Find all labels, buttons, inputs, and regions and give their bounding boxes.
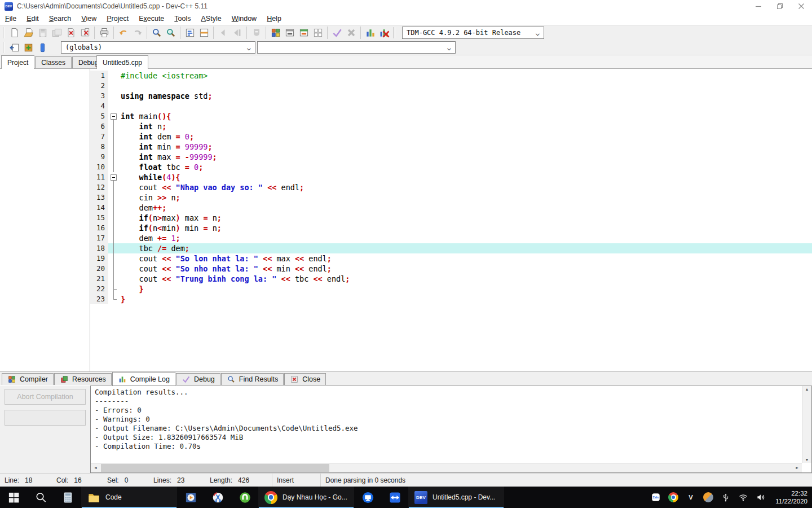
swap-header-source-button[interactable] <box>7 41 21 54</box>
redo-button[interactable] <box>130 26 144 40</box>
code-line-body[interactable]: cout << "So nho nhat la: " << min << end… <box>108 264 812 274</box>
code-line-body[interactable] <box>108 81 812 91</box>
code-line-body[interactable] <box>108 101 812 111</box>
line-number[interactable]: 9 <box>90 152 108 162</box>
code-line[interactable]: 3using namespace std; <box>90 91 812 101</box>
line-number[interactable]: 1 <box>90 71 108 81</box>
line-number[interactable]: 4 <box>90 101 108 111</box>
vertical-scrollbar[interactable]: ▲ ▼ <box>802 386 811 463</box>
code-line[interactable]: 1#include <iostream> <box>90 71 812 81</box>
scroll-down-icon[interactable]: ▼ <box>805 458 809 462</box>
code-line[interactable]: 9 int max = -99999; <box>90 152 812 162</box>
line-number[interactable]: 2 <box>90 81 108 91</box>
tab-resources[interactable]: Resources <box>54 373 112 385</box>
code-line[interactable]: 12 cout << "Nhap vao day so: " << endl; <box>90 182 812 192</box>
code-line[interactable]: 2 <box>90 81 812 91</box>
code-line-body[interactable]: int n; <box>108 121 812 132</box>
replace-button[interactable] <box>183 26 197 40</box>
tab-find-results[interactable]: Find Results <box>221 373 284 385</box>
add-file-button[interactable] <box>21 41 36 54</box>
code-line-body[interactable]: cout << "So lon nhat la: " << max << end… <box>108 253 812 264</box>
open-file-button[interactable] <box>21 26 36 40</box>
menu-astyle[interactable]: AStyle <box>196 14 227 24</box>
code-line-body[interactable]: int dem = 0; <box>108 132 812 142</box>
new-file-button[interactable] <box>7 26 21 40</box>
line-number[interactable]: 7 <box>90 132 108 142</box>
menu-search[interactable]: Search <box>44 14 77 24</box>
scrollbar-thumb[interactable] <box>101 464 329 472</box>
compile-button[interactable] <box>268 26 283 40</box>
code-line[interactable]: 8 int min = 99999; <box>90 142 812 152</box>
menu-help[interactable]: Help <box>262 14 286 24</box>
code-line[interactable]: 18 tbc /= dem; <box>90 243 812 253</box>
code-line[interactable]: 5int main(){ <box>90 111 812 121</box>
close-file-button[interactable] <box>64 26 78 40</box>
line-number[interactable]: 6 <box>90 121 108 132</box>
code-line-body[interactable]: } <box>108 294 812 304</box>
line-number[interactable]: 23 <box>90 294 108 304</box>
line-number[interactable]: 3 <box>90 91 108 101</box>
scroll-left-icon[interactable]: ◄ <box>94 466 98 470</box>
horizontal-scrollbar[interactable]: ◄ ► <box>91 463 802 472</box>
fold-collapse-icon[interactable] <box>108 111 120 121</box>
back-button[interactable] <box>216 26 230 40</box>
code-line-body[interactable]: cout << "Nhap vao day so: " << endl; <box>108 182 812 192</box>
goto-line-button[interactable] <box>197 26 211 40</box>
fold-collapse-icon[interactable] <box>108 172 120 182</box>
coccoc-tray-icon[interactable] <box>703 492 713 502</box>
line-number[interactable]: 12 <box>90 182 108 192</box>
menu-window[interactable]: Window <box>227 14 262 24</box>
line-number[interactable]: 17 <box>90 233 108 243</box>
code-line[interactable]: 23} <box>90 294 812 304</box>
start-button[interactable] <box>0 487 27 508</box>
line-number[interactable]: 20 <box>90 264 108 274</box>
code-line[interactable]: 10 float tbc = 0; <box>90 162 812 172</box>
code-line-body[interactable]: float tbc = 0; <box>108 162 812 172</box>
taskbar-zalo[interactable] <box>354 487 381 508</box>
line-number[interactable]: 21 <box>90 274 108 284</box>
code-line-body[interactable]: dem++; <box>108 203 812 213</box>
tab-compile-log[interactable]: Compile Log <box>112 372 175 386</box>
code-line[interactable]: 16 if(n<min) min = n; <box>90 223 812 233</box>
code-line-body[interactable]: } <box>108 284 812 294</box>
v-tray-icon[interactable]: V <box>686 492 696 502</box>
usb-icon[interactable] <box>721 492 731 502</box>
code-line-body[interactable]: int min = 99999; <box>108 142 812 152</box>
taskbar-teamviewer[interactable] <box>381 487 408 508</box>
line-number[interactable]: 14 <box>90 203 108 213</box>
forward-button[interactable] <box>230 26 244 40</box>
line-number[interactable]: 16 <box>90 223 108 233</box>
line-number[interactable]: 15 <box>90 213 108 223</box>
tab-untitled5[interactable]: Untitled5.cpp <box>96 55 148 69</box>
code-line-body[interactable]: if(n>max) max = n; <box>108 213 812 223</box>
code-line[interactable]: 14 dem++; <box>90 203 812 213</box>
goto-declaration-button[interactable] <box>249 26 263 40</box>
compiler-profile-combo[interactable]: TDM-GCC 4.9.2 64-bit Release⌄ <box>402 27 544 39</box>
line-number[interactable]: 5 <box>90 111 108 121</box>
undo-button[interactable] <box>116 26 130 40</box>
line-number[interactable]: 22 <box>90 284 108 294</box>
menu-view[interactable]: View <box>76 14 102 24</box>
compile-run-button[interactable] <box>297 26 311 40</box>
code-line-body[interactable]: #include <iostream> <box>108 71 812 81</box>
tab-compiler[interactable]: Compiler <box>2 373 54 385</box>
code-line[interactable]: 13 cin >> n; <box>90 192 812 203</box>
code-line[interactable]: 15 if(n>max) max = n; <box>90 213 812 223</box>
code-line[interactable]: 17 dem += 1; <box>90 233 812 243</box>
taskbar-calculator[interactable] <box>54 487 81 508</box>
code-line-body[interactable]: cout << "Trung binh cong la: " << tbc <<… <box>108 274 812 284</box>
code-line-body[interactable]: using namespace std; <box>108 91 812 101</box>
code-line-body[interactable]: int max = -99999; <box>108 152 812 162</box>
tab-classes[interactable]: Classes <box>35 56 72 68</box>
project-panel[interactable] <box>0 69 90 371</box>
taskbar-coccoc-browser[interactable] <box>231 487 258 508</box>
close-button[interactable] <box>791 0 812 12</box>
taskbar-search-button[interactable] <box>27 487 54 508</box>
taskbar-clock[interactable]: 22:3211/22/2020 <box>773 489 807 505</box>
members-combo[interactable]: ⌄ <box>257 41 456 54</box>
bookmark-button[interactable] <box>36 41 50 54</box>
abort-button[interactable] <box>344 26 358 40</box>
abort-compilation-button[interactable]: Abort Compilation <box>5 389 86 405</box>
tab-close[interactable]: Close <box>284 373 326 385</box>
line-number[interactable]: 8 <box>90 142 108 152</box>
